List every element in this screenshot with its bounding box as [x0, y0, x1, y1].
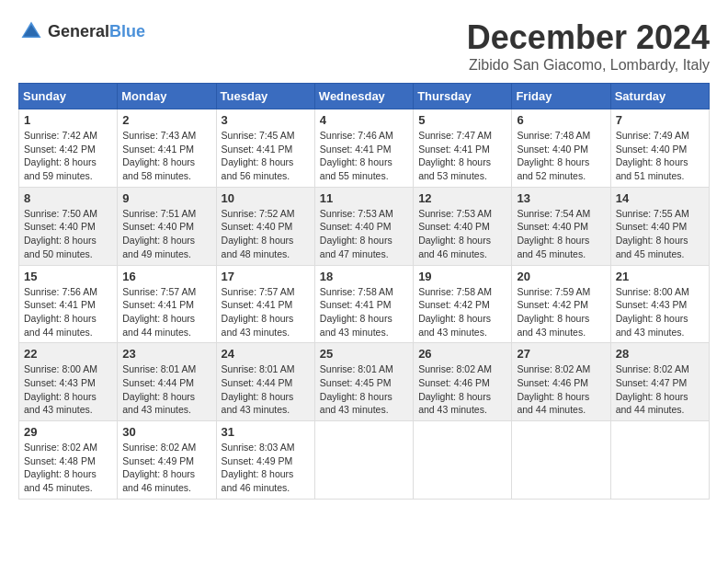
calendar-cell: 8Sunrise: 7:50 AM Sunset: 4:40 PM Daylig… — [19, 187, 118, 265]
day-info: Sunrise: 7:46 AM Sunset: 4:41 PM Dayligh… — [320, 129, 408, 183]
day-number: 20 — [517, 270, 605, 283]
day-number: 22 — [24, 347, 112, 361]
calendar-cell: 25Sunrise: 8:01 AM Sunset: 4:45 PM Dayli… — [314, 343, 413, 421]
col-wednesday: Wednesday — [314, 84, 413, 109]
day-number: 2 — [122, 113, 210, 127]
day-info: Sunrise: 7:59 AM Sunset: 4:42 PM Dayligh… — [517, 285, 605, 339]
day-number: 10 — [222, 191, 310, 205]
calendar-cell — [414, 421, 512, 500]
day-number: 31 — [222, 425, 310, 439]
col-friday: Friday — [512, 84, 610, 109]
calendar-cell: 12Sunrise: 7:53 AM Sunset: 4:40 PM Dayli… — [414, 187, 512, 265]
calendar-cell: 9Sunrise: 7:51 AM Sunset: 4:40 PM Daylig… — [118, 187, 216, 265]
calendar-cell: 7Sunrise: 7:49 AM Sunset: 4:40 PM Daylig… — [610, 109, 709, 188]
logo-text-blue: Blue — [109, 22, 145, 40]
day-info: Sunrise: 7:45 AM Sunset: 4:41 PM Dayligh… — [222, 129, 310, 183]
header: GeneralBlue December 2024 Zibido San Gia… — [18, 18, 710, 74]
day-info: Sunrise: 7:47 AM Sunset: 4:41 PM Dayligh… — [418, 129, 506, 183]
day-info: Sunrise: 7:51 AM Sunset: 4:40 PM Dayligh… — [122, 207, 210, 261]
day-info: Sunrise: 7:57 AM Sunset: 4:41 PM Dayligh… — [222, 285, 310, 339]
calendar-cell: 26Sunrise: 8:02 AM Sunset: 4:46 PM Dayli… — [414, 343, 512, 421]
day-info: Sunrise: 7:54 AM Sunset: 4:40 PM Dayligh… — [517, 207, 605, 261]
day-info: Sunrise: 7:55 AM Sunset: 4:40 PM Dayligh… — [616, 207, 704, 261]
col-sunday: Sunday — [19, 84, 118, 109]
day-number: 19 — [418, 270, 506, 283]
logo-icon — [18, 18, 44, 44]
calendar-cell: 31Sunrise: 8:03 AM Sunset: 4:49 PM Dayli… — [216, 421, 314, 500]
calendar-cell: 27Sunrise: 8:02 AM Sunset: 4:46 PM Dayli… — [512, 343, 610, 421]
day-info: Sunrise: 7:53 AM Sunset: 4:40 PM Dayligh… — [320, 207, 408, 261]
day-info: Sunrise: 8:02 AM Sunset: 4:46 PM Dayligh… — [418, 362, 506, 417]
day-info: Sunrise: 7:57 AM Sunset: 4:41 PM Dayligh… — [122, 285, 210, 339]
calendar-cell: 29Sunrise: 8:02 AM Sunset: 4:48 PM Dayli… — [19, 421, 118, 500]
calendar-cell: 21Sunrise: 8:00 AM Sunset: 4:43 PM Dayli… — [610, 265, 709, 343]
day-number: 6 — [517, 113, 605, 127]
location-title: Zibido San Giacomo, Lombardy, Italy — [467, 57, 710, 74]
calendar-cell: 28Sunrise: 8:02 AM Sunset: 4:47 PM Dayli… — [610, 343, 709, 421]
calendar-cell: 14Sunrise: 7:55 AM Sunset: 4:40 PM Dayli… — [610, 187, 709, 265]
calendar-week-4: 22Sunrise: 8:00 AM Sunset: 4:43 PM Dayli… — [19, 343, 710, 421]
day-info: Sunrise: 8:01 AM Sunset: 4:45 PM Dayligh… — [320, 362, 408, 417]
calendar-cell: 30Sunrise: 8:02 AM Sunset: 4:49 PM Dayli… — [118, 421, 216, 500]
calendar-cell: 5Sunrise: 7:47 AM Sunset: 4:41 PM Daylig… — [414, 109, 512, 188]
calendar-cell: 23Sunrise: 8:01 AM Sunset: 4:44 PM Dayli… — [118, 343, 216, 421]
day-info: Sunrise: 7:58 AM Sunset: 4:41 PM Dayligh… — [320, 285, 408, 339]
calendar-cell: 24Sunrise: 8:01 AM Sunset: 4:44 PM Dayli… — [216, 343, 314, 421]
calendar-cell: 17Sunrise: 7:57 AM Sunset: 4:41 PM Dayli… — [216, 265, 314, 343]
calendar-cell: 19Sunrise: 7:58 AM Sunset: 4:42 PM Dayli… — [414, 265, 512, 343]
calendar-cell: 11Sunrise: 7:53 AM Sunset: 4:40 PM Dayli… — [314, 187, 413, 265]
day-info: Sunrise: 7:53 AM Sunset: 4:40 PM Dayligh… — [418, 207, 506, 261]
month-title: December 2024 — [467, 18, 710, 57]
calendar-cell: 4Sunrise: 7:46 AM Sunset: 4:41 PM Daylig… — [314, 109, 413, 188]
day-info: Sunrise: 7:42 AM Sunset: 4:42 PM Dayligh… — [24, 129, 112, 183]
logo: GeneralBlue — [18, 18, 145, 44]
day-number: 11 — [320, 191, 408, 205]
day-number: 12 — [418, 191, 506, 205]
calendar-cell: 20Sunrise: 7:59 AM Sunset: 4:42 PM Dayli… — [512, 265, 610, 343]
title-area: December 2024 Zibido San Giacomo, Lombar… — [467, 18, 710, 74]
day-number: 16 — [122, 270, 210, 283]
calendar-table: Sunday Monday Tuesday Wednesday Thursday… — [18, 83, 710, 500]
day-number: 26 — [418, 347, 506, 361]
col-saturday: Saturday — [610, 84, 709, 109]
calendar-cell: 6Sunrise: 7:48 AM Sunset: 4:40 PM Daylig… — [512, 109, 610, 188]
day-info: Sunrise: 8:02 AM Sunset: 4:49 PM Dayligh… — [122, 441, 210, 495]
calendar-cell: 18Sunrise: 7:58 AM Sunset: 4:41 PM Dayli… — [314, 265, 413, 343]
calendar-cell — [314, 421, 413, 500]
day-info: Sunrise: 7:43 AM Sunset: 4:41 PM Dayligh… — [122, 129, 210, 183]
day-info: Sunrise: 7:49 AM Sunset: 4:40 PM Dayligh… — [616, 129, 704, 183]
day-info: Sunrise: 7:58 AM Sunset: 4:42 PM Dayligh… — [418, 285, 506, 339]
day-number: 24 — [222, 347, 310, 361]
calendar-cell: 22Sunrise: 8:00 AM Sunset: 4:43 PM Dayli… — [19, 343, 118, 421]
day-number: 23 — [122, 347, 210, 361]
calendar-cell: 13Sunrise: 7:54 AM Sunset: 4:40 PM Dayli… — [512, 187, 610, 265]
day-number: 25 — [320, 347, 408, 361]
day-number: 3 — [222, 113, 310, 127]
day-number: 21 — [616, 270, 704, 283]
header-row: Sunday Monday Tuesday Wednesday Thursday… — [19, 84, 710, 109]
day-info: Sunrise: 7:52 AM Sunset: 4:40 PM Dayligh… — [222, 207, 310, 261]
day-info: Sunrise: 8:03 AM Sunset: 4:49 PM Dayligh… — [222, 441, 310, 495]
day-number: 13 — [517, 191, 605, 205]
day-info: Sunrise: 8:02 AM Sunset: 4:48 PM Dayligh… — [24, 441, 112, 495]
day-info: Sunrise: 7:50 AM Sunset: 4:40 PM Dayligh… — [24, 207, 112, 261]
day-info: Sunrise: 7:48 AM Sunset: 4:40 PM Dayligh… — [517, 129, 605, 183]
day-info: Sunrise: 8:02 AM Sunset: 4:46 PM Dayligh… — [517, 362, 605, 417]
day-number: 5 — [418, 113, 506, 127]
day-number: 7 — [616, 113, 704, 127]
day-number: 9 — [122, 191, 210, 205]
day-number: 8 — [24, 191, 112, 205]
calendar-cell: 3Sunrise: 7:45 AM Sunset: 4:41 PM Daylig… — [216, 109, 314, 188]
calendar-cell: 1Sunrise: 7:42 AM Sunset: 4:42 PM Daylig… — [19, 109, 118, 188]
calendar-week-1: 1Sunrise: 7:42 AM Sunset: 4:42 PM Daylig… — [19, 109, 710, 188]
day-info: Sunrise: 8:00 AM Sunset: 4:43 PM Dayligh… — [616, 285, 704, 339]
calendar-cell: 10Sunrise: 7:52 AM Sunset: 4:40 PM Dayli… — [216, 187, 314, 265]
calendar-cell — [610, 421, 709, 500]
calendar-cell: 2Sunrise: 7:43 AM Sunset: 4:41 PM Daylig… — [118, 109, 216, 188]
day-number: 28 — [616, 347, 704, 361]
calendar-cell — [512, 421, 610, 500]
day-number: 30 — [122, 425, 210, 439]
day-info: Sunrise: 8:01 AM Sunset: 4:44 PM Dayligh… — [122, 362, 210, 417]
calendar-week-5: 29Sunrise: 8:02 AM Sunset: 4:48 PM Dayli… — [19, 421, 710, 500]
day-info: Sunrise: 8:02 AM Sunset: 4:47 PM Dayligh… — [616, 362, 704, 417]
